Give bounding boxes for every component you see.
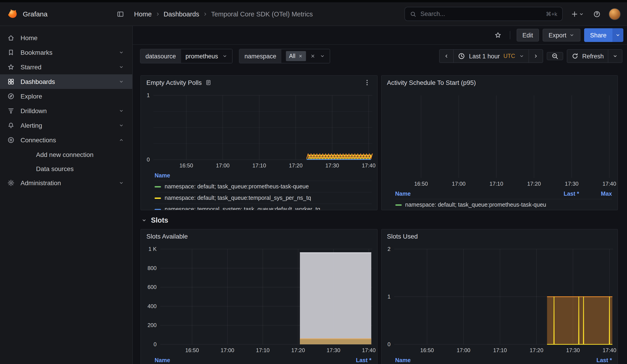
chevright-icon [155,11,160,17]
new-item-button[interactable] [570,9,585,18]
svg-text:17:40: 17:40 [362,162,375,168]
chart[interactable]: 16:5017:0017:1017:2017:3017:40012 [381,243,618,355]
svg-text:17:30: 17:30 [565,181,578,187]
breadcrumb-item[interactable]: Home [134,10,152,18]
share-button[interactable]: Share [584,28,612,42]
user-avatar[interactable] [609,8,621,20]
help-button[interactable] [592,9,601,18]
panel-menu-button[interactable] [362,78,371,87]
chevright-icon [203,11,208,17]
series-color-marker [155,197,161,199]
svg-text:17:20: 17:20 [291,347,305,353]
legend: Namenamespace: default; task_queue:prome… [141,171,377,210]
bell-icon [7,122,15,129]
sidebar-item-dashboards[interactable]: Dashboards [0,74,132,89]
refresh-icon [571,52,578,60]
favorite-star-button[interactable] [492,30,503,41]
sidebar-item-drilldown[interactable]: Drilldown [0,104,132,118]
variable-namespace[interactable]: namespace All [239,49,330,63]
sidebar-item-connections[interactable]: Connections [0,133,132,147]
svg-text:17:20: 17:20 [289,162,303,168]
search-input[interactable]: Search... ⌘+k [405,7,563,21]
breadcrumb: HomeDashboardsTemporal Core SDK (OTel) M… [134,10,313,18]
dock-sidebar-button[interactable] [115,8,126,19]
svg-text:0: 0 [387,341,390,347]
export-button[interactable]: Export [543,29,580,42]
panel-title[interactable]: Activity Schedule To Start (p95) [387,79,476,86]
panel-title[interactable]: Slots Used [387,233,418,240]
sidebar-item-bookmarks[interactable]: Bookmarks [0,45,132,60]
breadcrumb-item[interactable]: Dashboards [163,10,199,18]
svg-text:400: 400 [148,303,157,309]
variable-datasource[interactable]: datasource prometheus [140,49,233,63]
chevdown-icon [119,180,124,186]
svg-text:17:00: 17:00 [452,181,465,187]
share-button-label: Share [590,32,607,39]
svg-text:17:00: 17:00 [457,347,470,353]
legend-column-header[interactable]: Last * [546,191,579,197]
chart[interactable]: 16:5017:0017:1017:2017:3017:40 [381,89,618,189]
row-header-slots[interactable]: Slots [141,216,618,224]
svg-text:17:00: 17:00 [220,347,234,353]
legend-row[interactable]: namespace: temporal_system; task_queue:d… [155,204,371,210]
legend-series-name: namespace: default; task_queue:temporal_… [165,195,371,201]
svg-text:17:30: 17:30 [325,162,339,168]
legend-column-header[interactable]: Name [155,172,371,179]
time-shift-back-button[interactable] [439,49,454,63]
sidebar-item-starred[interactable]: Starred [0,60,132,74]
refresh-button[interactable]: Refresh [567,49,608,63]
filters-bar: datasource prometheus namespace All [133,45,627,67]
breadcrumb-separator-icon [203,11,208,17]
legend-column-header[interactable]: Name [395,357,579,364]
bookmark-icon [7,49,15,56]
drilldown-icon [7,107,15,114]
time-range-button[interactable]: Last 1 hour UTC [454,49,529,63]
panel-description-icon[interactable] [206,79,212,86]
chart[interactable]: 16:5017:0017:1017:2017:3017:400200400600… [141,243,377,355]
sidebar-item-label: Drilldown [20,107,47,114]
refresh-caret-button[interactable] [608,49,623,63]
sidebar-subitem-add-new-connection[interactable]: Add new connection [0,147,132,161]
svg-text:16:50: 16:50 [179,162,193,168]
clear-selection-icon[interactable] [310,53,315,59]
panel-slots-used: Slots Used 16:5017:0017:1017:2017:3017:4… [381,229,618,364]
svg-text:17:40: 17:40 [362,347,376,353]
chevron-down-icon [519,53,524,59]
panel-title[interactable]: Empty Activity Polls [146,79,202,86]
zoom-out-button[interactable] [547,52,563,60]
chip-remove-icon[interactable] [298,54,303,58]
top-strip [0,0,627,2]
panel-title[interactable]: Slots Available [146,233,188,240]
svg-text:17:40: 17:40 [602,181,616,187]
legend-row[interactable]: namespace: default; task_queue:temporal_… [155,192,371,204]
sidebar-item-explore[interactable]: Explore [0,89,132,104]
edit-button[interactable]: Edit [517,29,539,42]
legend-column-header[interactable]: Name [155,357,339,364]
chart[interactable]: 16:5017:0017:1017:2017:3017:4001 [141,89,377,171]
grafana-logo[interactable] [6,8,18,20]
legend-column-header[interactable]: Name [395,191,546,197]
share-caret-button[interactable] [612,28,623,42]
sidebar-item-administration[interactable]: Administration [0,176,132,190]
svg-text:200: 200 [148,322,157,328]
sidebar-item-label: Alerting [20,122,42,129]
row-collapse-icon [141,217,147,223]
legend-row[interactable]: namespace: default; task_queue:prometheu… [155,181,371,192]
legend-column-header[interactable]: Max [579,191,612,197]
series-color-marker [395,204,402,206]
sidebar-item-alerting[interactable]: Alerting [0,118,132,133]
value-chip-all[interactable]: All [286,51,306,61]
sidebar-item-home[interactable]: Home [0,31,132,45]
time-shift-forward-button[interactable] [528,49,543,63]
legend-row[interactable]: namespace: default; task_queue:prometheu… [395,199,612,210]
svg-text:800: 800 [148,265,157,271]
cog-icon [7,179,15,187]
legend-column-header[interactable]: Last * [579,357,612,364]
kebab-menu-icon [363,79,370,86]
brand-label: Grafana [23,10,48,18]
dashboard-toolbar: Edit Export Share [133,26,627,45]
header-actions: Search... ⌘+k [405,7,621,21]
legend-column-header[interactable]: Last * [339,357,371,364]
sidebar-subitem-data-sources[interactable]: Data sources [0,161,132,176]
plus-icon [571,10,578,18]
